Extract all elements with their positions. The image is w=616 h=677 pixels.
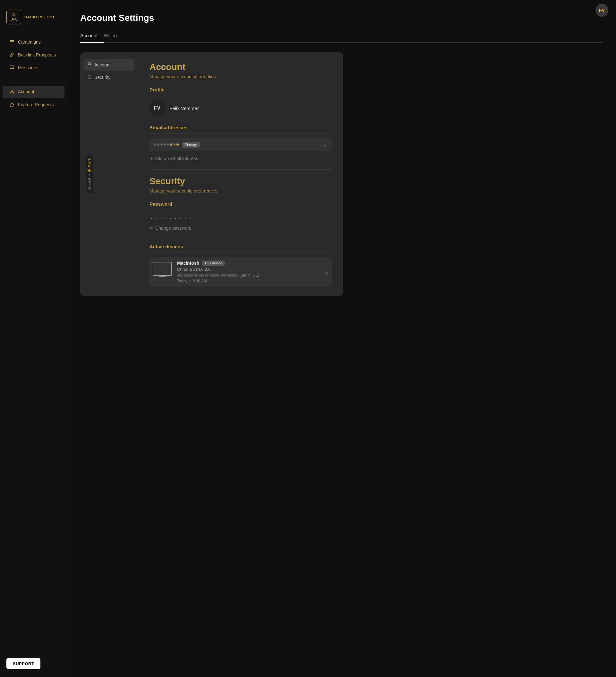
sidebar-bottom-section: Account Feature Requests <box>0 84 67 112</box>
star-icon <box>9 102 15 107</box>
app-layout: BACKLINK GPT Campaigns <box>0 0 616 677</box>
messages-label: Messages <box>18 65 39 70</box>
add-email-label: Add an email address <box>155 156 198 161</box>
password-dots: ········· <box>149 215 332 222</box>
clerk-badge: Secured by ⚡ Clerk <box>86 155 93 193</box>
ip-block <box>210 274 219 277</box>
account-section: Account Manage your account information … <box>149 62 332 163</box>
tab-billing[interactable]: Billing <box>104 30 123 43</box>
message-icon <box>9 65 15 71</box>
ip-block <box>194 274 197 277</box>
sidebar-item-backlink-prospects[interactable]: Backlink Prospects <box>3 49 64 61</box>
sidebar-item-account[interactable]: Account <box>3 86 64 98</box>
sidebar-item-messages[interactable]: Messages <box>3 61 64 74</box>
security-section-title: Security <box>149 176 332 186</box>
ip-block <box>221 274 226 277</box>
secured-by-text: Secured by <box>88 174 91 190</box>
email-section-title: Email addresses <box>149 125 332 134</box>
email-row[interactable]: Primary ⌄ <box>149 138 332 151</box>
ip-block <box>177 274 182 277</box>
svg-rect-4 <box>10 66 14 69</box>
clerk-card: Secured by ⚡ Clerk Account <box>80 52 343 296</box>
dot <box>157 143 160 146</box>
svg-point-5 <box>11 90 13 92</box>
tabs: Account Billing <box>80 30 603 43</box>
primary-badge: Primary <box>182 142 200 148</box>
device-browser: Chrome 114.0.0.0 <box>177 267 319 272</box>
user-avatar-top[interactable]: FV <box>596 4 608 17</box>
sidebar-item-campaigns[interactable]: Campaigns <box>3 36 64 48</box>
card-nav-security[interactable]: Security <box>83 71 134 83</box>
dot <box>176 143 179 146</box>
logo[interactable]: BACKLINK GPT <box>0 6 67 34</box>
dot <box>167 143 169 146</box>
feature-requests-label: Feature Requests <box>18 102 54 107</box>
card-content: Account Manage your account information … <box>138 52 343 296</box>
tab-account[interactable]: Account <box>80 30 104 43</box>
clerk-brand: ⚡ Clerk <box>87 158 91 173</box>
logo-icon <box>6 10 21 25</box>
security-section: Security Manage your security preference… <box>149 176 332 286</box>
device-name-row: Macintosh This device <box>177 261 319 266</box>
profile-section-title: Profile <box>149 87 332 96</box>
device-time: Today at 8:30 AM <box>177 279 319 283</box>
layers-icon <box>9 39 15 45</box>
device-ip-row: (Berlin, DE) <box>177 273 319 277</box>
link-icon <box>9 52 15 58</box>
svg-point-0 <box>13 14 15 16</box>
device-name: Macintosh <box>177 261 199 266</box>
card-user-icon <box>87 62 92 67</box>
card-shield-icon <box>87 75 92 80</box>
sidebar: BACKLINK GPT Campaigns <box>0 0 68 677</box>
device-row[interactable]: Macintosh This device Chrome 114.0.0.0 <box>149 257 332 286</box>
change-password-label: Change password <box>155 226 191 231</box>
laptop-icon <box>153 262 172 276</box>
dot <box>161 143 163 146</box>
account-label: Account <box>18 89 34 94</box>
card-nav-account-label: Account <box>94 62 111 67</box>
profile-avatar: FV <box>149 100 165 116</box>
sidebar-item-feature-requests[interactable]: Feature Requests <box>3 98 64 111</box>
pencil-icon: ✏ <box>149 226 153 231</box>
svg-rect-2 <box>10 41 14 42</box>
user-icon <box>9 89 15 95</box>
ip-block <box>205 274 209 277</box>
this-device-badge: This device <box>202 261 225 266</box>
security-section-subtitle: Manage your security preferences <box>149 188 332 193</box>
svg-rect-3 <box>10 40 14 41</box>
profile-name: Felix Vemmer <box>169 105 199 111</box>
password-section-title: Password <box>149 201 332 210</box>
dot <box>173 143 175 146</box>
dot <box>170 143 172 146</box>
devices-section-title: Active devices <box>149 244 332 253</box>
support-button[interactable]: SUPPORT <box>6 658 40 669</box>
password-divider <box>149 237 332 237</box>
backlink-prospects-label: Backlink Prospects <box>18 52 56 57</box>
svg-rect-1 <box>10 43 14 43</box>
sidebar-divider <box>5 80 62 80</box>
dot <box>164 143 166 146</box>
device-info: Macintosh This device Chrome 114.0.0.0 <box>177 261 319 283</box>
sidebar-main-section: Campaigns Backlink Prospects <box>0 34 67 76</box>
plus-icon: + <box>150 156 153 161</box>
dot <box>154 143 156 146</box>
card-nav-security-label: Security <box>94 75 111 80</box>
logo-text: BACKLINK GPT <box>25 15 55 19</box>
add-email-button[interactable]: + Add an email address <box>149 154 332 163</box>
account-section-title: Account <box>149 62 332 72</box>
campaigns-label: Campaigns <box>18 40 41 45</box>
profile-initials: FV <box>154 105 161 111</box>
ip-block <box>199 274 204 277</box>
account-section-subtitle: Manage your account information <box>149 74 332 79</box>
card-nav-account[interactable]: Account <box>83 59 134 71</box>
avatar-initials: FV <box>599 8 605 13</box>
chevron-down-icon[interactable]: ⌄ <box>323 141 327 148</box>
main-content: Account Settings Account Billing Secured… <box>68 0 616 677</box>
page-title: Account Settings <box>80 13 603 23</box>
ip-block <box>227 274 237 277</box>
email-masked-dots <box>154 143 179 146</box>
svg-point-7 <box>89 62 90 64</box>
profile-row: FV Felix Vemmer <box>149 100 332 116</box>
change-password-button[interactable]: ✏ Change password <box>149 226 332 231</box>
email-content: Primary <box>154 142 200 148</box>
